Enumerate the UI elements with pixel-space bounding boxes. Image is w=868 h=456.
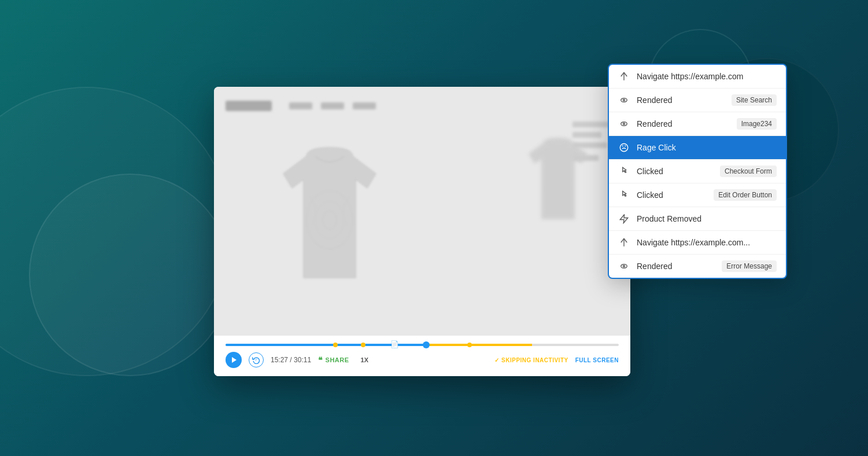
svg-marker-4 <box>232 357 237 363</box>
share-label: SHARE <box>326 356 349 363</box>
event-item-rendered-2[interactable]: RenderedImage234 <box>609 112 786 136</box>
event-tag-clicked-1: Checkout Form <box>720 166 777 177</box>
progress-ahead <box>473 344 532 346</box>
skip-label: SKIPPING INACTIVITY <box>501 357 568 363</box>
svg-text:7: 7 <box>255 358 257 362</box>
fullscreen-button[interactable]: FULL SCREEN <box>575 357 619 363</box>
fullscreen-label: FULL SCREEN <box>575 357 619 363</box>
tshirt-main-image <box>249 127 411 301</box>
event-item-rage-click[interactable]: Rage Click <box>609 136 786 160</box>
svg-point-14 <box>623 266 625 267</box>
skip-inactivity-button[interactable]: ✓ SKIPPING INACTIVITY <box>494 357 568 363</box>
event-label-clicked-2: Clicked <box>637 190 707 200</box>
event-icon-eye <box>618 118 630 130</box>
event-item-rendered-1[interactable]: RenderedSite Search <box>609 89 786 112</box>
time-display: 15:27 / 30:11 <box>271 356 311 364</box>
event-icon-bolt <box>618 213 630 225</box>
tshirt-svg <box>266 139 393 289</box>
event-item-clicked-2[interactable]: ClickedEdit Order Button <box>609 183 786 207</box>
nav-item-3 <box>353 102 376 109</box>
site-logo-blur <box>226 101 272 111</box>
event-icon-click <box>618 189 630 201</box>
progress-marker-2 <box>361 343 365 347</box>
event-icon-eye <box>618 260 630 272</box>
progress-track[interactable]: 📄 <box>226 343 619 347</box>
events-panel: Navigate https://example.comRenderedSite… <box>608 64 787 279</box>
play-icon <box>232 357 237 363</box>
document-marker: 📄 <box>390 340 399 348</box>
replay-icon: 7 <box>252 356 260 364</box>
event-item-rendered-3[interactable]: RenderedError Message <box>609 255 786 278</box>
player-card: 📄 7 15:27 / 30:11 <box>214 87 630 376</box>
svg-point-13 <box>621 264 627 269</box>
event-label-rendered-1: Rendered <box>637 95 725 105</box>
site-header-blur <box>226 95 619 116</box>
event-icon-eye <box>618 94 630 106</box>
svg-point-6 <box>621 98 627 102</box>
svg-point-10 <box>620 144 628 152</box>
video-area <box>214 87 630 336</box>
event-icon-click <box>618 166 630 177</box>
event-tag-rendered-2: Image234 <box>737 118 777 130</box>
share-button[interactable]: ❝ SHARE <box>318 355 349 365</box>
event-label-navigate-1: Navigate https://example.com <box>637 72 777 81</box>
progress-background: 📄 <box>226 344 619 346</box>
event-tag-rendered-3: Error Message <box>722 260 777 272</box>
event-tag-clicked-2: Edit Order Button <box>714 189 777 201</box>
progress-thumb[interactable] <box>423 341 430 348</box>
speed-badge: 1X <box>361 356 368 363</box>
svg-point-9 <box>623 123 625 125</box>
event-icon-rage <box>618 142 630 153</box>
progress-marker-1 <box>333 343 338 347</box>
svg-point-8 <box>621 122 627 126</box>
event-item-navigate-1[interactable]: Navigate https://example.com <box>609 65 786 89</box>
checkmark-icon: ✓ <box>494 357 500 363</box>
event-label-rage-click: Rage Click <box>637 143 777 152</box>
controls-bar: 📄 7 15:27 / 30:11 <box>214 336 630 376</box>
share-quote-icon: ❝ <box>318 355 323 365</box>
nav-item-2 <box>321 102 344 109</box>
play-button[interactable] <box>226 352 242 368</box>
controls-row: 7 15:27 / 30:11 ❝ SHARE 1X ✓ SKIPPING IN… <box>226 352 619 368</box>
event-icon-navigate <box>618 71 630 82</box>
event-label-rendered-2: Rendered <box>637 119 730 128</box>
event-icon-navigate <box>618 237 630 248</box>
replay-button[interactable]: 7 <box>249 352 264 367</box>
event-item-product-removed[interactable]: Product Removed <box>609 207 786 231</box>
svg-point-7 <box>623 100 625 101</box>
event-tag-rendered-1: Site Search <box>732 94 777 106</box>
event-item-clicked-1[interactable]: ClickedCheckout Form <box>609 160 786 183</box>
event-label-rendered-3: Rendered <box>637 262 715 271</box>
site-nav-blur <box>289 102 376 109</box>
event-label-clicked-1: Clicked <box>637 167 713 176</box>
progress-buffered <box>426 344 474 346</box>
progress-marker-3 <box>467 343 472 347</box>
bg-decoration-2 <box>29 174 231 376</box>
event-label-product-removed: Product Removed <box>637 214 777 223</box>
nav-item-1 <box>289 102 312 109</box>
event-label-navigate-2: Navigate https://example.com... <box>637 238 777 247</box>
event-item-navigate-2[interactable]: Navigate https://example.com... <box>609 231 786 255</box>
